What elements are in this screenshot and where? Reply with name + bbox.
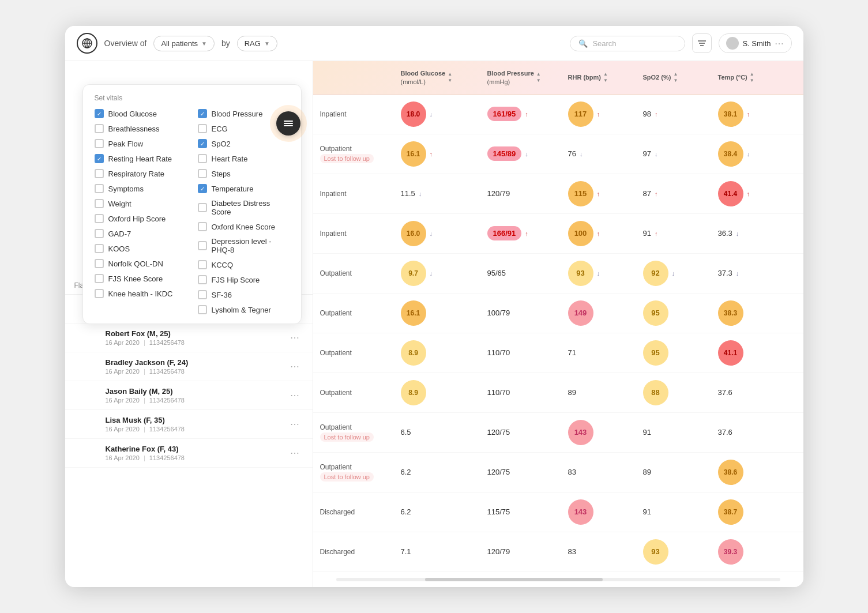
vital-checkbox-respiratory-rate[interactable] <box>95 169 104 178</box>
table-row[interactable]: Discharged 6.2 115/75 143 91 38.7 <box>313 492 803 532</box>
table-row[interactable]: Inpatient 16.0↓ 166/91↑ 100↑ 91↑ 36.3↓ <box>313 214 803 254</box>
td-status: Outpatient Lost to follow up <box>313 421 394 444</box>
horizontal-scrollbar[interactable] <box>336 578 780 581</box>
vital-knee-ikdc[interactable]: Knee health - IKDC <box>95 289 186 298</box>
table-row[interactable]: Outpatient 16.1 100/79 149 95 38.3 <box>313 294 803 333</box>
th-rhr-sort[interactable]: ▲▼ <box>603 72 608 84</box>
td-spo2: 95 <box>636 298 711 328</box>
table-row[interactable]: Discharged 7.1 120/79 83 93 39.3 <box>313 532 803 572</box>
vital-blood-glucose[interactable]: ✓ Blood Glucose <box>95 109 186 118</box>
patient-more-button[interactable]: ⋯ <box>287 388 303 404</box>
patient-meta: 16 Apr 2020 | 1134256478 <box>106 426 281 433</box>
vital-fjs-knee[interactable]: FJS Knee Score <box>95 274 186 283</box>
vital-checkbox-norfolk[interactable] <box>95 259 104 268</box>
patient-row[interactable]: Bradley Jackson (F, 24) 16 Apr 2020 | 11… <box>65 352 313 381</box>
td-status: Outpatient <box>313 267 394 280</box>
vital-checkbox-fjs-hip[interactable] <box>198 275 207 284</box>
patient-more-button[interactable]: ⋯ <box>287 416 303 433</box>
patient-name: Lisa Musk (F, 35) <box>106 416 281 424</box>
th-temp-sort[interactable]: ▲▼ <box>750 72 754 84</box>
vital-temperature[interactable]: ✓ Temperature <box>198 184 290 193</box>
vital-respiratory-rate[interactable]: Respiratory Rate <box>95 169 186 178</box>
table-row[interactable]: Outpatient Lost to follow up 16.1↑ 145/8… <box>313 134 803 174</box>
patient-name: Bradley Jackson (F, 24) <box>106 358 281 367</box>
patient-info: Bradley Jackson (F, 24) 16 Apr 2020 | 11… <box>106 358 281 375</box>
vital-checkbox-weight[interactable] <box>95 199 104 208</box>
all-patients-dropdown[interactable]: All patients ▼ <box>153 36 215 51</box>
vital-sf36[interactable]: SF-36 <box>198 290 290 299</box>
vital-checkbox-steps[interactable] <box>198 169 207 178</box>
td-rhr: 83 <box>561 545 636 558</box>
vital-checkbox-ecg[interactable] <box>198 124 207 133</box>
patient-more-button[interactable]: ⋯ <box>287 445 303 461</box>
vital-depression-phq8[interactable]: Depression level - PHQ-8 <box>198 237 290 254</box>
patient-row[interactable]: Katherine Fox (F, 43) 16 Apr 2020 | 1134… <box>65 439 313 468</box>
th-bp-sort[interactable]: ▲▼ <box>536 72 541 84</box>
vital-checkbox-resting-heart-rate[interactable]: ✓ <box>95 154 104 163</box>
th-temp: Temp (°C) ▲▼ <box>711 67 792 88</box>
vital-diabetes-distress[interactable]: Diabetes Distress Score <box>198 199 290 216</box>
vital-checkbox-peak-flow[interactable] <box>95 139 104 148</box>
vital-symptoms[interactable]: Symptoms <box>95 184 186 193</box>
vital-checkbox-symptoms[interactable] <box>95 184 104 193</box>
vital-checkbox-spo2[interactable]: ✓ <box>198 139 207 148</box>
svg-rect-9 <box>284 125 293 126</box>
app-header: Overview of All patients ▼ by RAG ▼ 🔍 Se… <box>65 26 803 61</box>
vital-breathlessness[interactable]: Breathlessness <box>95 124 186 133</box>
vital-peak-flow[interactable]: Peak Flow <box>95 139 186 148</box>
vital-checkbox-koos[interactable] <box>95 244 104 253</box>
search-box[interactable]: 🔍 Search <box>570 36 685 51</box>
vital-norfolk[interactable]: Norfolk QOL-DN <box>95 259 186 268</box>
vital-oxford-hip-score[interactable]: Oxford Hip Score <box>95 214 186 223</box>
table-row[interactable]: Outpatient Lost to follow up 6.2 120/75 … <box>313 453 803 492</box>
patient-row[interactable]: Robert Fox (M, 25) 16 Apr 2020 | 1134256… <box>65 324 313 352</box>
vital-checkbox-kccq[interactable] <box>198 260 207 269</box>
table-row[interactable]: Inpatient 11.5↓ 120/79 115↑ 87↑ 41.4↑ <box>313 174 803 214</box>
table-row[interactable]: Outpatient 9.7↓ 95/65 93↓ 92↓ 37.3↓ <box>313 254 803 294</box>
vital-weight[interactable]: Weight <box>95 199 186 208</box>
vital-checkbox-fjs-knee[interactable] <box>95 274 104 283</box>
vital-steps[interactable]: Steps <box>198 169 290 178</box>
vital-gad7[interactable]: GAD-7 <box>95 229 186 238</box>
vital-checkbox-lysholm[interactable] <box>198 305 207 314</box>
user-menu[interactable]: S. Smith ⋯ <box>719 33 791 53</box>
vital-heart-rate[interactable]: Heart Rate <box>198 154 290 163</box>
th-spo2-sort[interactable]: ▲▼ <box>673 72 678 84</box>
td-rhr: 93↓ <box>561 258 636 288</box>
vital-lysholm[interactable]: Lysholm & Tegner <box>198 305 290 314</box>
vital-checkbox-sf36[interactable] <box>198 290 207 299</box>
vital-checkbox-blood-pressure[interactable]: ✓ <box>198 109 207 118</box>
vital-checkbox-oxford-knee[interactable] <box>198 222 207 231</box>
vital-koos[interactable]: KOOS <box>95 244 186 253</box>
vitals-panel-title: Set vitals <box>95 94 290 102</box>
vital-checkbox-gad7[interactable] <box>95 229 104 238</box>
th-glucose-sort[interactable]: ▲▼ <box>448 72 452 84</box>
patient-row[interactable]: Lisa Musk (F, 35) 16 Apr 2020 | 11342564… <box>65 410 313 439</box>
vital-checkbox-knee-ikdc[interactable] <box>95 289 104 298</box>
table-row[interactable]: Outpatient 8.9 110/70 71 95 41.1 <box>313 333 803 373</box>
vital-checkbox-diabetes-distress[interactable] <box>198 203 207 212</box>
th-glucose: Blood Glucose(mmol/L) ▲▼ <box>394 67 480 88</box>
vital-checkbox-blood-glucose[interactable]: ✓ <box>95 109 104 118</box>
vital-fjs-hip[interactable]: FJS Hip Score <box>198 275 290 284</box>
rag-dropdown[interactable]: RAG ▼ <box>237 36 277 51</box>
table-row[interactable]: Outpatient 8.9 110/70 89 88 37.6 <box>313 373 803 413</box>
vital-checkbox-oxford-hip[interactable] <box>95 214 104 223</box>
vital-checkbox-temperature[interactable]: ✓ <box>198 184 207 193</box>
vitals-toggle-button[interactable] <box>276 111 300 136</box>
patient-more-button[interactable]: ⋯ <box>287 359 303 375</box>
vital-checkbox-depression[interactable] <box>198 241 207 250</box>
patient-row[interactable]: Jason Baily (M, 25) 16 Apr 2020 | 113425… <box>65 381 313 410</box>
table-row[interactable]: Inpatient 18.0↓ 161/95↑ 117↑ 98↑ 38.1↑ <box>313 95 803 134</box>
table-row[interactable]: Outpatient Lost to follow up 6.5 120/75 … <box>313 413 803 453</box>
vital-checkbox-breathlessness[interactable] <box>95 124 104 133</box>
vital-resting-heart-rate[interactable]: ✓ Resting Heart Rate <box>95 154 186 163</box>
patient-more-button[interactable]: ⋯ <box>287 330 303 346</box>
filter-button[interactable] <box>692 33 712 53</box>
td-bp: 100/79 <box>480 306 561 319</box>
vital-kccq[interactable]: KCCQ <box>198 260 290 269</box>
table-rows: Inpatient 18.0↓ 161/95↑ 117↑ 98↑ 38.1↑ O… <box>313 95 803 572</box>
vital-checkbox-heart-rate[interactable] <box>198 154 207 163</box>
vital-oxford-knee[interactable]: Oxford Knee Score <box>198 222 290 231</box>
td-temp: 38.3 <box>711 298 792 328</box>
